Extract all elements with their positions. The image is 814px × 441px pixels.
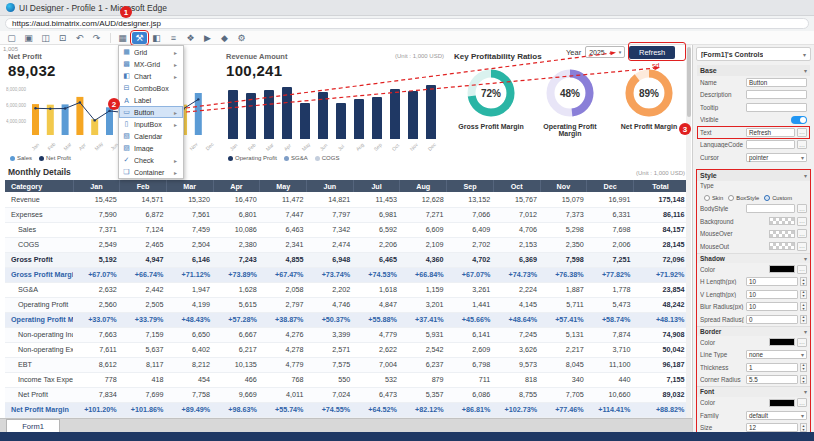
save-icon[interactable]: ◫	[38, 32, 53, 44]
stepper-arrows[interactable]: ▲▼	[800, 315, 807, 324]
stepper-arrows[interactable]: ▲▼	[800, 277, 807, 286]
mx-grid-icon: ▩	[122, 60, 131, 68]
chevron-down-icon: ▾	[801, 412, 804, 419]
open-folder-icon[interactable]: ▣	[21, 32, 36, 44]
section-header-style[interactable]: Style▾	[697, 170, 810, 181]
radio-custom[interactable]: Custom	[764, 195, 792, 201]
section-title: Style	[700, 172, 717, 179]
stepper-value[interactable]: 12	[746, 423, 798, 432]
menu-item-inputbox[interactable]: ▯InputBox▸	[119, 118, 183, 130]
align-icon[interactable]: ≡	[166, 32, 181, 44]
stepper-arrows[interactable]: ▲▼	[800, 302, 807, 311]
stepper-value[interactable]: 10	[746, 290, 798, 299]
prop-control: 1▲▼	[746, 363, 807, 372]
design-tools-icon[interactable]: ⚒	[132, 32, 147, 44]
cell-value: 2,542	[400, 342, 447, 357]
stepper-value[interactable]: 1	[746, 363, 798, 372]
year-select[interactable]: 2025 ▾	[585, 46, 625, 58]
prop-select[interactable]: default▾	[746, 411, 807, 420]
refresh-button[interactable]: Refresh	[629, 46, 675, 59]
prop-select[interactable]: none▾	[746, 350, 807, 359]
ellipsis-button[interactable]: …	[797, 229, 807, 238]
menu-item-image[interactable]: ▨Image	[119, 142, 183, 154]
toggle-switch[interactable]	[791, 116, 807, 124]
prop-input[interactable]	[746, 140, 795, 149]
transparent-swatch[interactable]	[769, 242, 795, 250]
ellipsis-button[interactable]: …	[797, 338, 807, 347]
print-icon[interactable]: ⊡	[55, 32, 70, 44]
color-swatch[interactable]	[769, 265, 795, 273]
cell-value: 6,463	[260, 222, 307, 237]
cell-value: 9,669	[213, 387, 260, 402]
submenu-arrow-icon: ▸	[174, 49, 180, 56]
row-label: SG&A	[5, 282, 73, 297]
layout-grid-icon[interactable]: ▦	[115, 32, 130, 44]
prop-input[interactable]	[746, 90, 807, 99]
cell-value: 2,622	[353, 342, 400, 357]
menu-item-label: Image	[134, 145, 171, 152]
redo-icon[interactable]: ↷	[89, 32, 104, 44]
prop-control	[746, 103, 807, 112]
menu-item-button[interactable]: ▭Button▸	[119, 106, 183, 118]
row-label: Non-operating Income	[5, 327, 73, 342]
subsection-font[interactable]: Font▾	[697, 386, 810, 397]
prop-select[interactable]: pointer▾	[746, 153, 807, 162]
tab-form1[interactable]: Form1	[6, 419, 60, 432]
menu-item-check[interactable]: ✓Check▸	[119, 154, 183, 166]
menu-item-mx-grid[interactable]: ▩MX-Grid▸	[119, 58, 183, 70]
color-swatch[interactable]	[769, 338, 795, 346]
menu-item-combobox[interactable]: ⊟ComboBox	[119, 82, 183, 94]
ellipsis-button[interactable]: …	[797, 242, 807, 251]
cell-value: +77.46%	[540, 402, 587, 417]
table-row: Gross Profit Margin+67.07%+66.74%+71.12%…	[5, 267, 688, 282]
ellipsis-button[interactable]: …	[797, 398, 807, 407]
stepper-arrows[interactable]: ▲▼	[800, 423, 807, 432]
menu-item-label[interactable]: ALabel	[119, 94, 183, 106]
stepper-value[interactable]: 10	[746, 302, 798, 311]
ellipsis-button[interactable]: …	[797, 140, 807, 149]
menu-item-grid[interactable]: ▦Grid▸	[119, 46, 183, 58]
ellipsis-button[interactable]: …	[797, 128, 807, 137]
chart-tool-icon[interactable]: ◧	[149, 32, 164, 44]
ellipsis-button[interactable]: …	[797, 204, 807, 213]
column-header: Category	[5, 180, 73, 192]
prop-input[interactable]: Refresh	[746, 128, 795, 137]
prop-input[interactable]: Button	[746, 78, 807, 87]
menu-item-calendar[interactable]: ▧Calendar	[119, 130, 183, 142]
cell-value: 7,012	[493, 207, 540, 222]
cell-value: 10,135	[213, 357, 260, 372]
radio-skin[interactable]: Skin	[704, 195, 723, 201]
cell-value: +50.37%	[307, 312, 354, 327]
settings-icon[interactable]: ⚙	[234, 32, 249, 44]
decision-icon[interactable]: ◆	[217, 32, 232, 44]
ellipsis-button[interactable]: …	[797, 265, 807, 274]
transparent-swatch[interactable]	[769, 230, 795, 238]
subsection-border[interactable]: Border▾	[697, 326, 810, 337]
stepper-arrows[interactable]: ▲▼	[800, 375, 807, 384]
stepper-value[interactable]: 10	[746, 277, 798, 286]
stepper-value[interactable]: 5.5	[746, 375, 798, 384]
stepper-arrows[interactable]: ▲▼	[800, 363, 807, 372]
section-header-base[interactable]: Base▾	[697, 65, 810, 76]
cell-value: 5,192	[73, 252, 120, 267]
component-icon[interactable]: ❖	[183, 32, 198, 44]
subsection-shadow[interactable]: Shadow▾	[697, 253, 810, 264]
prop-input[interactable]	[746, 103, 807, 112]
address-input[interactable]: https://aud.bimatrix.com/AUD/designer.js…	[5, 18, 809, 29]
panel-header[interactable]: [Form1]'s Controls ▾	[696, 47, 811, 61]
color-swatch[interactable]	[769, 399, 795, 407]
table-row: SG&A2,6322,4421,9471,6282,0582,2021,6181…	[5, 282, 688, 297]
new-document-icon[interactable]: ▢	[4, 32, 19, 44]
stepper-value[interactable]: 0	[746, 315, 798, 324]
run-icon[interactable]: ▶	[200, 32, 215, 44]
transparent-swatch[interactable]	[769, 217, 795, 225]
radio-boxstyle[interactable]: BoxStyle	[728, 195, 759, 201]
stepper-arrows[interactable]: ▲▼	[800, 290, 807, 299]
legend-dot	[284, 156, 289, 161]
menu-item-container[interactable]: ❏Container▸	[119, 166, 183, 178]
menu-item-chart[interactable]: ◧Chart▸	[119, 70, 183, 82]
undo-icon[interactable]: ↶	[72, 32, 87, 44]
ellipsis-button[interactable]: …	[797, 217, 807, 226]
dashboard-scrollbar[interactable]	[686, 45, 691, 418]
prop-input[interactable]	[746, 204, 795, 213]
